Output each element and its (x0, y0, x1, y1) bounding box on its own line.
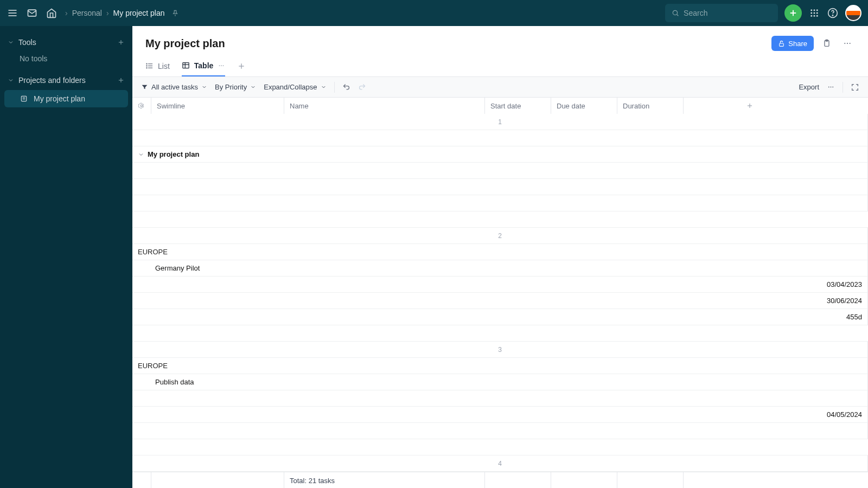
cell-name[interactable]: Publish data (132, 374, 868, 390)
table-toolbar: All active tasks By Priority Expand/Coll… (132, 77, 868, 98)
fullscreen-icon[interactable] (851, 83, 859, 92)
svg-point-29 (844, 43, 845, 44)
chevron-down-icon (201, 84, 207, 90)
sidebar: Tools No tools Projects and folders (0, 26, 132, 488)
add-view-button[interactable] (237, 62, 246, 70)
toolbar-more-icon[interactable] (827, 83, 835, 91)
tab-table[interactable]: Table (182, 55, 226, 76)
page-title: My project plan (145, 37, 225, 50)
cell-due[interactable]: 04/05/2024 (132, 407, 868, 423)
more-icon[interactable] (840, 36, 855, 51)
add-project-button[interactable] (117, 76, 125, 84)
cell-start[interactable] (132, 390, 868, 407)
chevron-down-icon (8, 77, 14, 84)
row-number: 2 (132, 228, 868, 244)
menu-icon[interactable] (7, 7, 18, 19)
create-button[interactable] (784, 4, 802, 22)
sidebar-group-header-projects[interactable]: Projects and folders (0, 72, 132, 89)
tab-table-label: Table (194, 61, 214, 70)
inbox-icon[interactable] (26, 7, 38, 19)
svg-point-11 (810, 12, 812, 14)
breadcrumb: › Personal › My project plan (65, 7, 181, 19)
cell-start[interactable]: 03/04/2023 (132, 277, 868, 293)
home-icon[interactable] (46, 7, 58, 19)
clipboard-icon[interactable] (819, 36, 834, 51)
export-label: Export (799, 83, 819, 91)
sidebar-item-my-project-plan[interactable]: My project plan (4, 90, 128, 107)
list-icon (145, 62, 154, 70)
svg-point-43 (223, 65, 224, 66)
group-name: My project plan (148, 150, 199, 158)
add-column-button[interactable] (684, 98, 816, 114)
cell-start[interactable] (132, 163, 868, 179)
column-header-duration[interactable]: Duration (617, 98, 684, 114)
chevron-down-icon[interactable] (138, 151, 144, 158)
main: My project plan Share List (132, 26, 868, 488)
chevron-down-icon (250, 84, 256, 90)
cell-name[interactable]: Germany Pilot (132, 260, 868, 277)
breadcrumb-current[interactable]: My project plan (113, 9, 165, 17)
table-icon (182, 61, 190, 69)
sidebar-group-projects: Projects and folders My project plan (0, 72, 132, 107)
sidebar-group-header-tools[interactable]: Tools (0, 34, 132, 51)
breadcrumb-separator: › (65, 9, 68, 17)
sort-button[interactable]: By Priority (215, 83, 256, 91)
breadcrumb-root[interactable]: Personal (72, 9, 102, 17)
tab-table-more-icon[interactable] (218, 62, 225, 69)
lock-open-icon (778, 40, 785, 47)
search-icon (672, 9, 679, 17)
cell-due[interactable] (132, 179, 868, 195)
sidebar-group-tools: Tools No tools (0, 34, 132, 66)
table-body[interactable]: 1 My project plan 2EUROPEGermany Pilot03… (132, 114, 868, 472)
svg-point-12 (814, 12, 815, 14)
svg-rect-38 (183, 63, 189, 68)
svg-point-14 (810, 15, 812, 17)
search-input[interactable] (684, 9, 771, 17)
tab-list[interactable]: List (145, 55, 170, 76)
avatar[interactable] (845, 5, 861, 21)
undo-button[interactable] (342, 83, 350, 91)
column-header-start[interactable]: Start date (485, 98, 551, 114)
cell-name[interactable]: My project plan (132, 146, 868, 163)
svg-point-13 (816, 12, 818, 14)
sidebar-label-tools: Tools (18, 38, 36, 47)
sidebar-item-label: My project plan (34, 94, 85, 103)
svg-rect-26 (780, 43, 784, 46)
row-number: 3 (132, 342, 868, 358)
sort-label: By Priority (215, 83, 247, 91)
column-header-swimline[interactable]: Swimline (151, 98, 284, 114)
column-header-due[interactable]: Due date (551, 98, 617, 114)
cell-swimline[interactable]: EUROPE (132, 358, 868, 374)
svg-point-15 (814, 15, 815, 17)
title-actions: Share (771, 36, 855, 51)
table-footer: Total: 21 tasks (132, 472, 868, 488)
add-tool-button[interactable] (117, 38, 125, 46)
filter-button[interactable]: All active tasks (141, 83, 207, 91)
plus-icon (788, 8, 798, 18)
help-icon[interactable] (827, 7, 839, 19)
expand-collapse-button[interactable]: Expand/Collapse (264, 83, 326, 91)
svg-point-30 (847, 43, 848, 44)
cell-duration[interactable]: 455d (132, 309, 868, 325)
toolbar-divider (334, 82, 335, 93)
chevron-down-icon (8, 39, 14, 46)
sidebar-empty-tools: No tools (0, 51, 132, 66)
export-button[interactable]: Export (799, 83, 819, 91)
svg-point-31 (850, 43, 851, 44)
column-header-name[interactable]: Name (284, 98, 485, 114)
apps-icon[interactable] (808, 7, 820, 19)
cell-swimline[interactable] (132, 130, 868, 146)
redo-button[interactable] (358, 83, 366, 91)
svg-line-5 (677, 15, 679, 16)
share-button[interactable]: Share (771, 36, 814, 51)
cell-due[interactable]: 30/06/2024 (132, 293, 868, 309)
search-box[interactable] (665, 4, 778, 22)
column-settings-icon[interactable] (132, 98, 151, 114)
cell-duration[interactable] (132, 195, 868, 211)
pin-icon[interactable] (169, 7, 181, 19)
cell-duration[interactable] (132, 423, 868, 439)
title-row: My project plan Share (132, 26, 868, 55)
cell-swimline[interactable]: EUROPE (132, 244, 868, 260)
cell-extra (132, 211, 868, 228)
topbar-right (665, 4, 861, 22)
